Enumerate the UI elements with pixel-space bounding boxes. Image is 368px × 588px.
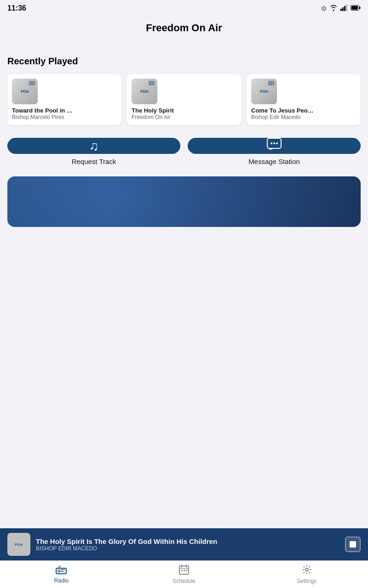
section-title: Recently Played (7, 56, 361, 67)
settings-icon (302, 565, 312, 577)
message-station-wrapper: Message Station (188, 138, 361, 165)
page-header: Freedom On Air (0, 17, 368, 43)
svg-rect-34 (184, 570, 185, 571)
status-bar: 11:36 ⊙ (0, 0, 368, 17)
request-track-button[interactable]: ♫ (7, 138, 180, 154)
data-sync-icon: ⊙ (321, 5, 327, 12)
banner-background (7, 176, 361, 227)
svg-point-25 (58, 570, 60, 572)
bottom-banner[interactable] (7, 176, 361, 227)
recent-item-1[interactable]: FOA )))) Toward the Pool in Obedience Bi… (7, 74, 121, 125)
bottom-nav: Radio Schedule Settings (0, 560, 368, 588)
svg-point-21 (276, 142, 278, 144)
svg-text:FOA: FOA (15, 543, 23, 547)
svg-point-20 (273, 142, 275, 144)
recently-played-list: FOA )))) Toward the Pool in Obedience Bi… (7, 74, 361, 125)
svg-rect-5 (351, 6, 358, 10)
recent-info-1: Toward the Pool in Obedience Bishop Marc… (12, 107, 76, 120)
recent-item-2[interactable]: FOA )))) The Holy Spirit Freedom On Air (127, 74, 241, 125)
now-playing-title: The Holy Spirit Is The Glory Of God With… (36, 537, 339, 545)
recent-thumb-1: FOA )))) (12, 79, 38, 104)
now-playing-thumbnail: FOA (7, 533, 30, 556)
status-icons: ⊙ (321, 5, 361, 12)
svg-rect-35 (186, 570, 187, 571)
recent-artist-3: Bishop Edir Macedo (251, 114, 316, 120)
nav-item-settings[interactable]: Settings (245, 561, 368, 588)
recent-artist-1: Bishop Marcelo Pires (12, 114, 76, 120)
action-buttons: ♫ Request Track Message Station (7, 138, 361, 165)
svg-rect-33 (181, 570, 183, 571)
now-playing-artist: BISHOP EDIR MACEDO (36, 545, 339, 552)
message-station-button[interactable] (188, 138, 361, 154)
recently-played-section: Recently Played FOA )))) Toward the Pool… (7, 56, 361, 125)
signal-icon (340, 5, 348, 12)
recent-thumb-3: FOA )))) (251, 79, 277, 104)
nav-label-radio: Radio (54, 577, 69, 584)
recent-thumb-2: FOA )))) (132, 79, 157, 104)
recent-track-1: Toward the Pool in Obedience (12, 107, 76, 114)
recent-item-3[interactable]: FOA )))) Come To Jesus People Of The Bis… (247, 74, 361, 125)
request-track-label: Request Track (7, 158, 180, 165)
stop-button[interactable] (345, 537, 361, 552)
nav-label-schedule: Schedule (172, 578, 196, 584)
nav-item-schedule[interactable]: Schedule (123, 561, 246, 588)
radio-icon (56, 565, 67, 577)
request-track-wrapper: ♫ Request Track (7, 138, 180, 165)
battery-icon (351, 5, 361, 12)
svg-rect-2 (344, 6, 345, 11)
schedule-icon (179, 565, 189, 577)
status-time: 11:36 (7, 4, 26, 12)
svg-point-19 (270, 142, 272, 144)
foa-mini-logo-1: FOA )))) (12, 79, 38, 104)
nav-item-radio[interactable]: Radio (0, 561, 123, 588)
chat-icon (267, 138, 282, 154)
page-title: Freedom On Air (7, 22, 361, 34)
now-playing-info: The Holy Spirit Is The Glory Of God With… (36, 537, 339, 552)
svg-point-36 (305, 568, 308, 571)
stop-icon (350, 541, 356, 548)
svg-rect-3 (346, 5, 347, 11)
recent-artist-2: Freedom On Air (132, 114, 174, 120)
recent-info-3: Come To Jesus People Of The Bishop Edir … (251, 107, 316, 120)
foa-mini-logo-2: FOA )))) (132, 79, 157, 104)
svg-rect-6 (359, 7, 361, 9)
nav-label-settings: Settings (297, 578, 316, 584)
recent-track-2: The Holy Spirit (132, 107, 174, 114)
message-station-label: Message Station (188, 158, 361, 165)
now-playing-bar: FOA The Holy Spirit Is The Glory Of God … (0, 528, 368, 560)
recent-info-2: The Holy Spirit Freedom On Air (132, 107, 174, 120)
svg-rect-0 (340, 9, 342, 11)
main-content: ON AIR ▶ (0, 43, 368, 227)
foa-mini-logo-3: FOA )))) (251, 79, 277, 104)
music-note-icon: ♫ (89, 139, 99, 153)
recent-track-3: Come To Jesus People Of The (251, 107, 316, 114)
wifi-icon (329, 5, 338, 12)
svg-rect-1 (342, 7, 344, 11)
